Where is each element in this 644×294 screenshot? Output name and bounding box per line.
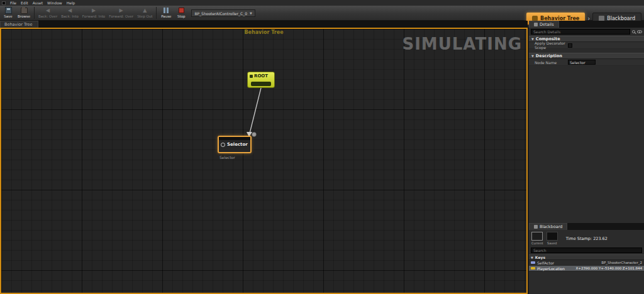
back-into-label: Back: Into [61,14,79,18]
key-row-playerlocation[interactable]: PlayerLocation X+2390.000 Y+-5140.000 Z+… [529,266,644,271]
blackboard-tab-icon [534,225,538,229]
current-values-thumbnail [531,232,543,241]
toolbar-separator [156,7,157,19]
forward-into-button[interactable]: ▶ Forward: Into [80,6,107,21]
toolbar: Save Browse ◀ Back: Over ◀ Back: Into ▶ … [0,6,644,21]
debug-target-value: BP_ShooterAIController_C_0 [194,11,247,16]
debug-target-dropdown[interactable]: BP_ShooterAIController_C_0 ▼ [191,9,255,17]
tab-details[interactable]: Details [529,21,559,28]
search-icon [632,30,635,33]
forward-over-icon: ▶ [119,7,123,14]
back-over-icon: ◀ [46,7,50,14]
browse-button[interactable]: Browse [16,6,32,21]
keys-section-header[interactable]: ▼ Keys [529,254,644,260]
forward-into-label: Forward: Into [82,14,105,18]
description-section-label: Description [536,53,562,58]
menu-asset[interactable]: Asset [33,1,43,5]
blackboard-search-input[interactable] [531,248,642,253]
tab-blackboard[interactable]: Blackboard [529,223,567,230]
blackboard-tab-row: Blackboard [529,223,644,230]
forward-into-icon: ▶ [92,7,96,14]
saved-values-label: Saved [547,241,557,245]
stop-button[interactable]: Stop [174,6,189,21]
root-output-pin[interactable] [251,82,271,86]
saved-values-view-button[interactable]: Saved [547,232,558,245]
selector-node-title: Selector [227,142,248,147]
keys-header-label: Keys [535,255,545,259]
forward-over-button[interactable]: ▶ Forward: Over [107,6,135,21]
forward-over-label: Forward: Over [109,14,133,18]
menu-window[interactable]: Window [47,1,62,5]
save-label: Save [4,14,13,18]
menu-edit[interactable]: Edit [21,1,28,5]
details-tab-icon [534,23,538,26]
section-expand-icon: ▼ [531,54,534,58]
tab-behavior-tree-graph[interactable]: Behavior Tree [0,21,38,28]
key-value: BP_ShooterCharacter_2 [601,261,642,264]
blackboard-panel: Blackboard Current Saved Time Stamp: 223… [529,223,644,271]
selector-node-caption: Selector [219,155,235,160]
node-name-field[interactable] [568,60,596,65]
step-out-button[interactable]: ▲ Step Out [135,6,154,21]
property-row-apply-decorator-scope: Apply Decorator Scope [529,42,644,49]
timestamp-text: Time Stamp: 223.62 [566,236,608,241]
browse-icon [21,8,28,14]
object-key-icon [531,261,535,264]
menu-help[interactable]: Help [67,1,75,5]
blackboard-tab-label: Blackboard [540,224,562,229]
details-tab-label: Details [540,22,554,27]
menu-file[interactable]: File [10,1,16,5]
section-description[interactable]: ▼ Description [529,53,644,59]
key-value: X+2390.000 Y+-5140.000 Z+101.844 [576,266,642,270]
step-out-label: Step Out [137,14,152,18]
back-over-button[interactable]: ◀ Back: Over [36,6,59,21]
behavior-tree-graph-canvas[interactable]: Behavior Tree SIMULATING ROOT Selector S… [0,28,528,294]
details-panel: Details ▼ Composite Apply Decorator Scop… [529,21,644,294]
details-search-input[interactable] [531,29,630,35]
toolbar-separator [34,7,35,19]
details-tab-row: Details [529,21,644,28]
blackboard-view-switcher: Current Saved Time Stamp: 223.62 [529,230,644,246]
key-name: SelfActor [537,261,554,265]
root-node-icon [250,75,253,78]
pause-label: Pause [161,14,171,18]
simulating-watermark: SIMULATING [402,35,522,53]
details-search-row [529,28,644,36]
document-tab-row: Behavior Tree [0,21,528,28]
property-row-node-name: Node Name [529,59,644,66]
back-into-icon: ◀ [68,7,72,14]
step-out-icon: ▲ [143,7,147,14]
current-values-label: Current [531,241,543,245]
key-name: PlayerLocation [537,266,565,271]
behavior-tree-editor-window: File Edit Asset Window Help Save Browse … [0,0,644,294]
apply-decorator-scope-checkbox[interactable] [568,43,572,48]
selector-node[interactable]: Selector [218,136,252,153]
chevron-down-icon: ▼ [250,11,252,15]
menu-bar: File Edit Asset Window Help [0,0,644,6]
pause-icon [164,8,169,13]
back-into-button[interactable]: ◀ Back: Into [59,6,80,21]
saved-values-thumbnail [547,232,558,241]
stop-icon [179,8,184,13]
visibility-options-icon[interactable] [637,30,642,33]
node-name-label: Node Name [529,60,568,65]
apply-decorator-scope-label: Apply Decorator Scope [529,41,568,50]
back-over-label: Back: Over [38,14,57,18]
key-row-selfactor[interactable]: SelfActor BP_ShooterCharacter_2 [529,260,644,266]
root-node[interactable]: ROOT [247,72,275,88]
app-logo-icon [2,1,6,5]
stop-label: Stop [177,14,186,18]
blackboard-search-row [529,246,644,254]
root-node-title: ROOT [254,74,268,79]
save-icon [5,7,12,14]
node-connection-edge [1,29,526,293]
section-expand-icon: ▼ [531,256,533,259]
vector-key-icon [531,267,535,270]
pause-button[interactable]: Pause [158,6,174,21]
selector-node-icon [221,143,225,147]
browse-label: Browse [18,14,30,18]
current-values-view-button[interactable]: Current [531,232,543,245]
save-button[interactable]: Save [1,6,16,21]
